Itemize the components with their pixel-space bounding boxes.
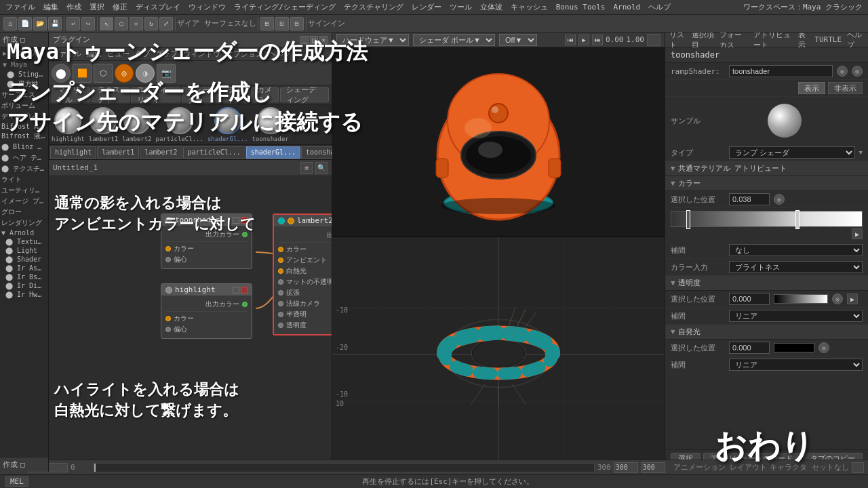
ramp-options-btn[interactable]: ▶ — [852, 228, 863, 239]
viewport-options-btn[interactable] — [647, 34, 660, 46]
section-material[interactable]: ▼ 共通マテリアル アトリビュート — [665, 161, 868, 176]
port-bias-dot[interactable] — [165, 257, 171, 262]
menu-arnold[interactable]: Arnold — [613, 3, 640, 12]
color-interp-select[interactable]: なし — [729, 244, 863, 256]
hyp-menu-options[interactable]: オプション — [226, 49, 263, 59]
ramp-shader-connect-btn[interactable]: ◎ — [837, 66, 848, 77]
toolbar-btn-select[interactable]: ↖ — [100, 17, 113, 30]
port-l2-ambient-dot[interactable] — [278, 258, 283, 263]
color-pos-connect1[interactable]: ◎ — [774, 194, 785, 205]
sidebar-blinn[interactable]: ⬤ Blinz シェー — [0, 142, 48, 152]
node-highlight[interactable]: highlight 出力カラー — [161, 283, 252, 339]
port-highlight-bias-dot[interactable] — [165, 327, 171, 332]
toolbar-btn-redo[interactable]: ↪ — [81, 17, 95, 30]
node-highlight-btn2[interactable] — [241, 287, 248, 293]
menu-texturing[interactable]: テクスチャリング — [344, 2, 403, 12]
sidebar-btn2[interactable]: □ — [20, 35, 25, 44]
icon-light[interactable]: ◑ — [136, 64, 155, 83]
attr-menu-attr[interactable]: アトリビュート — [753, 30, 793, 50]
color-ramp[interactable] — [671, 211, 863, 227]
show-btn[interactable]: 表示 — [798, 82, 825, 94]
trans-pos-input[interactable] — [729, 293, 770, 305]
play-begin-btn[interactable]: ⏮ — [565, 35, 576, 45]
toolbar-btn-open[interactable]: 📂 — [33, 17, 47, 30]
hypershade-minimize[interactable]: _ — [300, 36, 309, 44]
hyp-menu-edit[interactable]: 編集 — [87, 49, 102, 59]
port-out-dot[interactable] — [242, 232, 248, 237]
toolbar-btn-new[interactable]: 📄 — [18, 17, 32, 30]
section-color[interactable]: ▼ カラー — [665, 176, 868, 191]
incan-interp-select[interactable]: リニア — [729, 359, 863, 371]
swatch-toonshader[interactable]: toonshader — [252, 107, 289, 142]
mat-tab-shadergl[interactable]: shaderGl... — [246, 146, 300, 159]
icon-utility[interactable]: ⬡ — [94, 64, 113, 83]
port-highlight-color-dot[interactable] — [165, 316, 171, 321]
incan-connect[interactable]: ◎ — [818, 342, 829, 353]
toolbar-btn-snap3[interactable]: ⊟ — [290, 17, 304, 30]
toolbar-btn-lasso[interactable]: ○ — [115, 17, 128, 30]
create-btn[interactable]: 作成 — [3, 35, 18, 45]
menu-create[interactable]: 作成 — [66, 2, 81, 12]
node-toonshader[interactable]: toonshader 出力カラー — [161, 214, 252, 269]
viewport-off-dropdown[interactable]: Off▼ — [499, 34, 537, 46]
section-incandescence[interactable]: ▼ 自発光 — [665, 325, 868, 340]
sidebar-utility[interactable]: ユーティリティ — [0, 185, 48, 196]
swatch-particlecl[interactable]: particleCl... — [156, 107, 203, 142]
cat-tab-shading[interactable]: シェーディング — [280, 87, 329, 102]
sidebar-bifrost-aen[interactable]: Bifrost Aen — [0, 122, 48, 131]
hyp-menu-tab[interactable]: タブ — [135, 49, 150, 59]
sidebar-surface[interactable]: サーフェス — [0, 89, 48, 100]
sidebar-stingray[interactable]: ⬤ Stingray PB — [0, 70, 48, 79]
menu-display[interactable]: ディスプレイ — [136, 2, 180, 12]
menu-render[interactable]: レンダー — [412, 2, 441, 12]
timeline-range-input[interactable]: 300 — [641, 462, 665, 473]
cat-tab-camera[interactable]: カメラ — [251, 87, 279, 102]
cat-tab-light[interactable]: ライト — [221, 87, 249, 102]
menu-file[interactable]: ファイル — [5, 2, 35, 12]
hyp-menu-file[interactable]: ファイル — [52, 49, 81, 59]
sidebar-ir-hw-bake[interactable]: ⬤ Ir Hw Bake — [0, 290, 48, 299]
menu-stereoscopic[interactable]: 立体波 — [480, 2, 502, 12]
icon-lambert[interactable]: ⬤ — [52, 64, 71, 83]
viewport-hardware-dropdown[interactable]: ハードウェア▼ — [336, 34, 409, 46]
sidebar-tex[interactable]: ⬤ テクスチャの... — [0, 163, 48, 174]
port-l2-transp-dot[interactable] — [278, 323, 283, 328]
port-l2-incan-dot[interactable] — [278, 268, 283, 274]
section-transparency[interactable]: ▼ 透明度 — [665, 276, 868, 291]
timeline-options-btn[interactable] — [852, 462, 864, 473]
hypershade-close[interactable]: ✕ — [319, 36, 328, 44]
sidebar-ir-dielectri[interactable]: ⬤ Ir Dielectri — [0, 281, 48, 290]
menu-window[interactable]: ウィンドウ — [189, 2, 226, 12]
swatch-lambert2[interactable]: lambert2 — [122, 107, 151, 142]
cat-tab-utility[interactable]: ユーティリティ — [131, 87, 180, 102]
sidebar-create-btn[interactable]: 作成 — [3, 460, 18, 470]
hyp-menu-view[interactable]: ビュー — [107, 49, 130, 59]
toolbar-btn-save[interactable]: 💾 — [48, 17, 62, 30]
trans-gradient[interactable] — [774, 294, 828, 304]
incan-swatch[interactable] — [774, 343, 814, 352]
sidebar-hair-tex[interactable]: ⬤ ヘア テクスチャ — [0, 152, 48, 163]
sidebar-rendering[interactable]: レンダリング — [0, 218, 48, 228]
port-l2-diffuse-dot[interactable] — [278, 290, 283, 296]
sidebar-arnold[interactable]: ▼ Arnold — [0, 228, 48, 237]
sidebar-image-plane[interactable]: イメージ プレーン — [0, 196, 48, 207]
menu-select[interactable]: 選択 — [90, 2, 104, 12]
hyp-menu-graph[interactable]: グラフ — [155, 49, 178, 59]
color-pos-input1[interactable] — [729, 193, 770, 205]
menu-help[interactable]: ヘルプ — [648, 2, 671, 12]
node-highlight-btn1[interactable] — [233, 287, 239, 293]
attr-menu-help[interactable]: ヘルプ — [847, 30, 864, 50]
node-toonshader-btn2[interactable] — [241, 217, 248, 224]
sidebar-maya[interactable]: ▼ Maya — [0, 60, 48, 70]
play-btn[interactable]: ▶ — [578, 35, 589, 45]
swatch-highlight[interactable]: highlight — [52, 107, 85, 142]
port-highlight-out-dot[interactable] — [242, 302, 248, 307]
color-input-select[interactable]: ブライトネス — [729, 261, 863, 273]
play-end-btn[interactable]: ⏭ — [592, 35, 603, 45]
node-toonshader-btn1[interactable] — [233, 217, 239, 224]
sidebar-light[interactable]: ライト — [0, 174, 48, 185]
swatch-lambert1[interactable]: lambert1 — [89, 107, 118, 142]
mat-tab-lambert2[interactable]: lambert2 — [140, 146, 182, 159]
trans-connect[interactable]: ◎ — [832, 293, 843, 304]
menu-modify[interactable]: 修正 — [113, 2, 127, 12]
